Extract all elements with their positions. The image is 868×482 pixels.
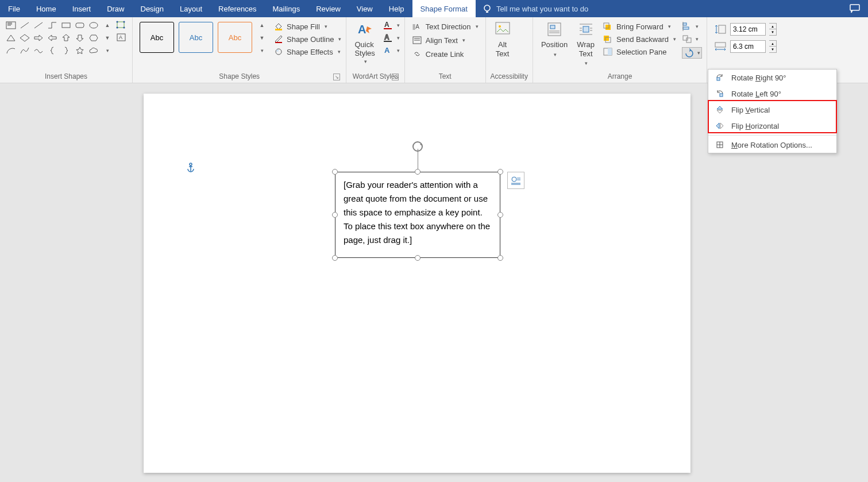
bring-forward-button[interactable]: Bring Forward▾	[603, 22, 676, 31]
shape-fill-button[interactable]: Shape Fill▾	[274, 22, 341, 31]
shape-hexagon-icon[interactable]	[87, 32, 100, 44]
svg-point-10	[124, 21, 125, 23]
position-icon	[546, 21, 563, 38]
effects-icon	[274, 47, 283, 56]
shapes-scroll-down[interactable]: ▼	[103, 32, 111, 44]
create-link-button[interactable]: Create Link	[412, 49, 479, 59]
tab-references[interactable]: References	[210, 0, 264, 17]
text-fill-button[interactable]: A▾	[383, 21, 400, 30]
height-input[interactable]	[730, 23, 766, 36]
edit-shape-button[interactable]	[116, 20, 128, 32]
tab-draw[interactable]: Draw	[99, 0, 132, 17]
shapes-more[interactable]: ▾	[103, 45, 111, 56]
shape-cloud-icon[interactable]	[87, 45, 100, 56]
shape-connector-icon[interactable]	[46, 20, 59, 31]
width-input[interactable]	[730, 40, 766, 53]
shape-brace-right-icon[interactable]	[60, 45, 72, 56]
shape-line2-icon[interactable]	[32, 20, 45, 31]
group-objects-button[interactable]: ▾	[682, 34, 702, 44]
alt-text-button[interactable]: Alt Text	[491, 20, 515, 59]
text-effects-button[interactable]: A▾	[383, 46, 400, 55]
quick-styles-button[interactable]: A Quick Styles▾	[351, 20, 378, 65]
group-shape-styles: Abc Abc Abc ▲ ▼ ▾ Shape Fill▾ Shape Outl…	[133, 17, 346, 83]
bring-forward-icon	[603, 22, 613, 31]
draw-textbox-button[interactable]: A	[116, 33, 128, 45]
wordart-dialog-launcher[interactable]: ↘	[392, 74, 399, 80]
width-up[interactable]: ▲	[769, 41, 776, 47]
svg-point-18	[276, 49, 279, 52]
send-backward-button[interactable]: Send Backward▾	[603, 34, 676, 44]
shape-diamond-icon[interactable]	[18, 32, 31, 44]
lightbulb-icon	[483, 4, 492, 13]
shape-arrow-down-icon[interactable]	[74, 32, 86, 44]
svg-rect-54	[715, 43, 726, 47]
styles-scroll-down[interactable]: ▼	[258, 32, 266, 44]
tab-home[interactable]: Home	[28, 0, 64, 17]
tab-design[interactable]: Design	[133, 0, 172, 17]
link-icon	[412, 49, 422, 59]
align-text-button[interactable]: Align Text▾	[412, 36, 479, 45]
svg-rect-5	[62, 23, 70, 28]
styles-more[interactable]: ▾	[258, 45, 266, 56]
style-preset-2[interactable]: Abc	[179, 22, 213, 53]
shape-arrow-left-icon[interactable]	[46, 32, 59, 44]
shape-line-icon[interactable]	[18, 20, 31, 31]
svg-point-17	[276, 49, 281, 55]
styles-scroll-up[interactable]: ▲	[258, 20, 266, 31]
selection-pane-button[interactable]: Selection Pane	[603, 47, 676, 56]
comments-icon[interactable]	[850, 4, 860, 13]
tab-shape-format[interactable]: Shape Format	[412, 0, 476, 17]
text-direction-button[interactable]: ||A Text Direction▾	[412, 22, 479, 31]
tab-insert[interactable]: Insert	[64, 0, 99, 17]
group-arrange: Position▾ Wrap Text▾ Bring Forward▾ Send…	[533, 17, 707, 83]
text-outline-button[interactable]: A▾	[383, 33, 400, 43]
rotate-right-90-item[interactable]: Rotate Right 90°	[708, 70, 836, 83]
svg-point-12	[124, 27, 125, 29]
shape-outline-button[interactable]: Shape Outline▾	[274, 34, 341, 44]
svg-point-11	[117, 27, 118, 29]
tell-me-input[interactable]	[496, 5, 623, 13]
style-preset-3[interactable]: Abc	[218, 22, 252, 53]
shape-curve-icon[interactable]	[18, 45, 31, 56]
group-wordart-styles: A Quick Styles▾ A▾ A▾ A▾ WordArt Styles↘	[346, 17, 404, 83]
wrap-text-icon	[577, 21, 595, 38]
group-text: ||A Text Direction▾ Align Text▾ Create L…	[405, 17, 486, 83]
shape-effects-button[interactable]: Shape Effects▾	[274, 47, 341, 56]
width-down[interactable]: ▼	[769, 47, 776, 52]
svg-rect-44	[604, 36, 609, 41]
shape-arrow-right-icon[interactable]	[32, 32, 45, 44]
shape-arc-icon[interactable]	[5, 45, 17, 56]
svg-rect-6	[76, 23, 84, 28]
tab-help[interactable]: Help	[381, 0, 412, 17]
shape-textbox-icon[interactable]	[5, 20, 17, 31]
svg-rect-49	[683, 27, 689, 29]
tab-view[interactable]: View	[349, 0, 381, 17]
align-objects-button[interactable]: ▾	[682, 22, 702, 31]
shapes-scroll-up[interactable]: ▲	[103, 20, 111, 31]
shape-star-icon[interactable]	[74, 45, 86, 56]
wrap-text-button[interactable]: Wrap Text▾	[573, 20, 598, 67]
shape-styles-dialog-launcher[interactable]: ↘	[333, 74, 340, 80]
width-icon	[714, 41, 727, 52]
tab-layout[interactable]: Layout	[172, 0, 210, 17]
tell-me-search[interactable]	[476, 0, 630, 17]
shape-oval-icon[interactable]	[87, 20, 100, 31]
height-up[interactable]: ▲	[769, 24, 776, 29]
alt-text-icon	[494, 21, 511, 38]
shape-rect-icon[interactable]	[60, 20, 72, 31]
rotate-button[interactable]: ▾	[682, 47, 702, 59]
shape-brace-left-icon[interactable]	[46, 45, 59, 56]
shape-arrow-up-icon[interactable]	[60, 32, 72, 44]
position-button[interactable]: Position▾	[538, 20, 571, 59]
shape-wave-icon[interactable]	[32, 45, 45, 56]
shape-roundrect-icon[interactable]	[74, 20, 86, 31]
tab-mailings[interactable]: Mailings	[265, 0, 308, 17]
style-preset-1[interactable]: Abc	[140, 22, 174, 53]
svg-point-9	[117, 21, 118, 23]
height-down[interactable]: ▼	[769, 29, 776, 35]
tab-review[interactable]: Review	[308, 0, 349, 17]
shape-triangle-icon[interactable]	[5, 32, 17, 44]
tab-file[interactable]: File	[0, 0, 28, 17]
shapes-gallery[interactable]	[5, 20, 100, 56]
group-insert-shapes: ▲ ▼ ▾ A Insert Shapes	[0, 17, 133, 83]
